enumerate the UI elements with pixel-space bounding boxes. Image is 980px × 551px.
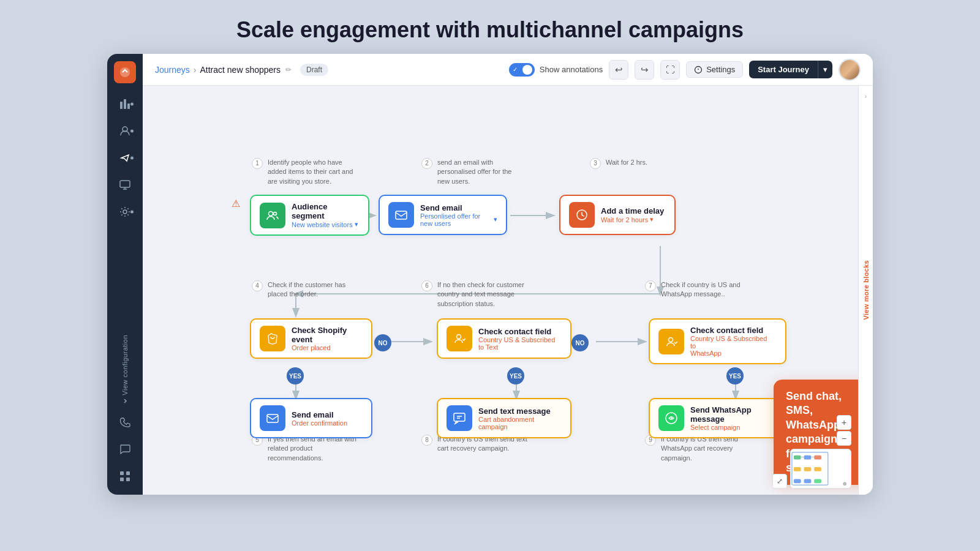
svg-point-0 xyxy=(120,67,130,77)
view-more-blocks-label[interactable]: View more blocks xyxy=(862,260,870,320)
node-check-shopify[interactable]: Check Shopify event Order placed xyxy=(250,318,372,359)
time-delay-text: Add a time delay Wait for 2 hours ▾ xyxy=(601,206,664,223)
sidebar-bottom: View configuration xyxy=(114,335,136,487)
svg-point-22 xyxy=(269,211,273,216)
check-contact-2-sub: Country US & Subscribed toWhatsApp xyxy=(690,335,770,357)
start-journey-dropdown[interactable]: ▾ xyxy=(818,61,832,78)
badge-yes-contact-1: YES xyxy=(507,367,524,384)
send-text-icon xyxy=(447,405,472,431)
audience-segment-text: Audience segment New website visitors ▾ xyxy=(292,202,360,228)
check-shopify-sub: Order placed xyxy=(292,344,363,351)
annotation-num-6: 6 xyxy=(421,280,432,291)
sidebar-item-gear[interactable] xyxy=(114,201,136,223)
annotation-text-1: Identify people who have added items to … xyxy=(268,158,362,186)
svg-point-26 xyxy=(457,335,461,339)
zoom-controls: + − xyxy=(837,415,851,446)
svg-rect-28 xyxy=(267,414,278,422)
annotation-6: 6 If no then check for customer country … xyxy=(421,280,529,309)
audience-icon xyxy=(260,203,285,228)
svg-rect-34 xyxy=(794,467,801,471)
check-contact-2-title: Check contact field xyxy=(690,326,770,335)
node-send-whatsapp[interactable]: Send WhatsApp message Select campaign xyxy=(649,398,786,438)
svg-rect-31 xyxy=(794,455,801,460)
node-send-text[interactable]: Send text message Cart abandonment campa… xyxy=(437,398,571,438)
svg-point-23 xyxy=(274,212,277,215)
right-panel: › View more blocks xyxy=(858,86,873,495)
node-check-contact-1[interactable]: Check contact field Country US & Subscri… xyxy=(437,318,571,359)
send-whatsapp-title: Send WhatsApp message xyxy=(690,405,777,424)
mini-map-content xyxy=(791,449,851,488)
redo-button[interactable]: ↪ xyxy=(635,60,654,80)
undo-button[interactable]: ↩ xyxy=(609,60,628,80)
chevron-right-icon[interactable]: › xyxy=(865,93,867,100)
svg-rect-36 xyxy=(814,467,821,471)
svg-rect-37 xyxy=(794,479,801,483)
sidebar-item-monitor[interactable] xyxy=(114,174,136,196)
annotation-text-6: If no then check for customer country an… xyxy=(437,280,529,309)
breadcrumb-edit-icon[interactable]: ✏ xyxy=(285,66,292,74)
toggle-switch[interactable]: ✓ xyxy=(509,63,535,77)
annotation-text-3: Wait for 2 hrs. xyxy=(606,158,647,167)
status-badge: Draft xyxy=(300,64,328,76)
canvas-area: 1 Identify people who have added items t… xyxy=(143,86,873,495)
send-email-1-icon xyxy=(388,202,414,228)
expand-button[interactable]: ⤢ xyxy=(772,474,787,489)
check-contact-1-title: Check contact field xyxy=(478,327,562,336)
badge-no-contact-1: NO xyxy=(571,334,589,351)
node-send-email-2[interactable]: Send email Order confirmation xyxy=(250,398,372,438)
annotation-text-7: Check if country is US and WhatsApp mess… xyxy=(661,280,743,299)
sidebar: View configuration xyxy=(107,54,143,495)
check-contact-1-text: Check contact field Country US & Subscri… xyxy=(478,327,562,351)
zoom-in-button[interactable]: + xyxy=(837,415,851,430)
breadcrumb: Journeys › Attract new shoppers ✏ Draft xyxy=(155,64,328,76)
svg-rect-3 xyxy=(127,103,130,109)
send-email-2-icon xyxy=(260,405,285,431)
send-email-1-sub: Personlised offer for new users ▾ xyxy=(420,212,497,227)
sidebar-item-phone[interactable] xyxy=(114,411,136,433)
sidebar-item-user[interactable] xyxy=(114,120,136,142)
svg-rect-7 xyxy=(120,471,124,475)
mini-map xyxy=(790,449,851,489)
svg-rect-33 xyxy=(814,455,821,460)
audience-title: Audience segment xyxy=(292,202,360,220)
sidebar-item-grid[interactable] xyxy=(114,465,136,487)
settings-button[interactable]: Settings xyxy=(686,61,743,78)
check-contact-2-icon xyxy=(658,329,684,354)
sidebar-item-chat[interactable] xyxy=(114,438,136,460)
breadcrumb-separator: › xyxy=(194,65,197,75)
badge-yes-contact-2: YES xyxy=(726,367,744,384)
breadcrumb-journeys[interactable]: Journeys xyxy=(155,65,190,75)
sidebar-logo[interactable] xyxy=(114,61,136,83)
settings-label: Settings xyxy=(706,65,735,74)
svg-rect-1 xyxy=(120,102,123,109)
avatar xyxy=(839,59,861,81)
audience-sub: New website visitors ▾ xyxy=(292,220,360,228)
time-delay-icon xyxy=(569,202,595,228)
check-contact-1-icon xyxy=(447,326,472,351)
svg-rect-35 xyxy=(804,467,812,471)
node-send-email-1[interactable]: Send email Personlised offer for new use… xyxy=(379,195,507,235)
node-audience-segment[interactable]: Audience segment New website visitors ▾ xyxy=(250,195,369,236)
node-time-delay[interactable]: Add a time delay Wait for 2 hours ▾ xyxy=(559,195,676,235)
check-shopify-icon xyxy=(260,326,285,351)
sidebar-item-chart[interactable] xyxy=(114,93,136,115)
send-whatsapp-text: Send WhatsApp message Select campaign xyxy=(690,405,777,431)
send-whatsapp-icon xyxy=(658,405,684,431)
check-shopify-text: Check Shopify event Order placed xyxy=(292,326,363,351)
send-whatsapp-sub: Select campaign xyxy=(690,424,777,431)
start-journey-button[interactable]: Start Journey xyxy=(749,61,818,78)
zoom-out-button[interactable]: − xyxy=(837,431,851,446)
annotation-5: 5 If yes then send an email with related… xyxy=(252,435,362,463)
fullscreen-button[interactable]: ⛶ xyxy=(660,60,680,80)
node-check-contact-2[interactable]: Check contact field Country US & Subscri… xyxy=(649,318,786,364)
svg-rect-9 xyxy=(120,478,124,481)
check-contact-1-sub: Country US & Subscribed to Text xyxy=(478,336,562,351)
annotation-num-7: 7 xyxy=(645,280,656,291)
warning-icon: ⚠ xyxy=(232,198,240,209)
view-config-label[interactable]: View configuration xyxy=(121,335,129,395)
annotations-toggle[interactable]: ✓ Show annotations xyxy=(509,63,603,77)
annotation-9: 9 If country is US then send WhatsApp ca… xyxy=(645,435,752,463)
main-content: Journeys › Attract new shoppers ✏ Draft … xyxy=(143,54,873,495)
sidebar-item-campaigns[interactable] xyxy=(114,147,136,169)
send-email-2-text: Send email Order confirmation xyxy=(292,410,347,427)
